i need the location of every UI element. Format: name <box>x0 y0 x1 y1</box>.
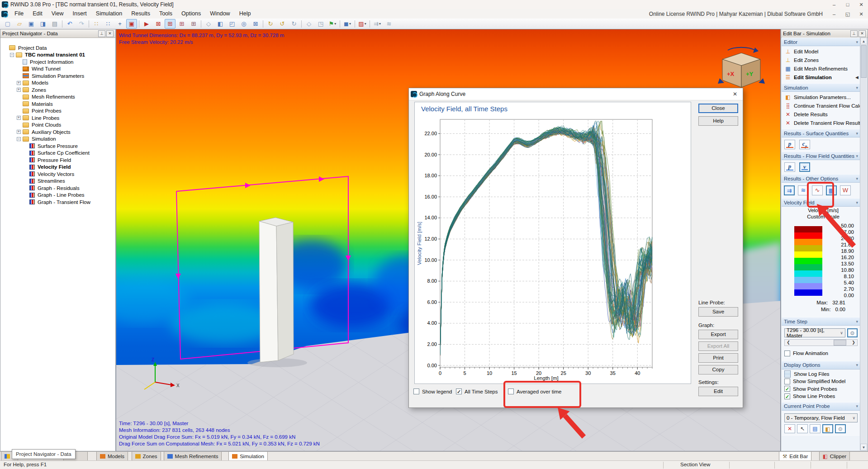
tab-simulation[interactable]: Simulation <box>228 452 268 461</box>
tab-edit-bar[interactable]: ⚒Edit Bar <box>779 452 811 461</box>
tree-item-line-probes[interactable]: +Line Probes <box>0 114 115 122</box>
dialog-title-bar[interactable]: Graph Along Curve ✕ <box>409 88 743 100</box>
tree-item-point-clouds[interactable]: Point Clouds <box>0 122 115 129</box>
iso-view-icon[interactable]: ◇ <box>304 19 314 28</box>
section-header-results-other-options[interactable]: Results - Other Options▾ <box>782 174 860 183</box>
graph-w-button[interactable]: W <box>840 185 851 195</box>
show-point-probes-checkbox[interactable]: ✓ <box>784 386 790 392</box>
time-step-combo[interactable]: T296 - 30.00 [s], Master∨ <box>784 328 845 337</box>
tab-mesh-refinements[interactable]: Mesh Refinements <box>164 452 222 461</box>
export-all-button[interactable]: Export All <box>698 341 738 351</box>
new-window-icon[interactable]: ◳ <box>315 19 326 28</box>
probe-settings-button[interactable]: ⚙ <box>835 424 846 433</box>
tree-item-simulation[interactable]: −Simulation <box>0 136 115 143</box>
tree-expander-icon[interactable]: − <box>10 53 14 57</box>
menu-simulation[interactable]: Simulation <box>91 9 127 19</box>
menu-edit[interactable]: Edit <box>28 9 47 19</box>
pin-panel-icon[interactable]: ⊥ <box>98 30 105 37</box>
ortho-mode-icon[interactable]: ▣ <box>126 19 137 28</box>
edit-settings-button[interactable]: Edit <box>698 387 738 396</box>
tree-item-wind-tunnel[interactable]: Wind Tunnel <box>0 66 115 73</box>
simulation-parameters-item[interactable]: ◧Simulation Parameters... <box>782 93 860 101</box>
edit-simulation-item[interactable]: ☰Edit Simulation◀ <box>782 73 860 81</box>
save-line-probe-button[interactable]: Save <box>698 307 738 317</box>
menu-results[interactable]: Results <box>127 9 155 19</box>
save-probe-button[interactable]: ▤ <box>810 424 821 433</box>
show-simplified-model-option[interactable]: Show Simplified Model <box>782 378 860 385</box>
show-line-probes-option[interactable]: ✓Show Line Probes <box>782 393 860 400</box>
averaged-over-time-checkbox[interactable] <box>508 388 514 394</box>
probe-display-button[interactable]: ◧ <box>822 424 833 433</box>
tree-item-graph-line-probes[interactable]: Graph - Line Probes <box>0 192 115 199</box>
edit-zones-item[interactable]: ⊥Edit Zones <box>782 56 860 64</box>
close-panel-icon[interactable]: ✕ <box>859 30 866 37</box>
show-point-probes-option[interactable]: ✓Show Point Probes <box>782 385 860 393</box>
open-project-icon[interactable]: ▱ <box>14 19 25 28</box>
menu-file[interactable]: File <box>10 9 28 19</box>
delete-transient-flow-result-item[interactable]: ✕Delete Transient Flow Result... <box>782 118 860 127</box>
tree-expander-icon[interactable]: − <box>17 137 21 141</box>
stop-simulation-icon[interactable]: ⊠ <box>153 19 164 28</box>
maximize-button[interactable]: □ <box>841 0 854 9</box>
export-button[interactable]: Export <box>698 330 738 339</box>
tree-item-velocity-field[interactable]: Velocity Field <box>0 164 115 171</box>
run-simulation-icon[interactable]: ▶ <box>141 19 152 28</box>
rotate-cw-icon[interactable]: ↻ <box>289 19 299 28</box>
streamlines-button[interactable]: ≋ <box>798 185 809 195</box>
undo-icon[interactable]: ↶ <box>64 19 75 28</box>
delete-probe-button[interactable]: ✕ <box>784 424 795 433</box>
tree-item-graph-transient-flow[interactable]: Graph - Transient Flow <box>0 199 115 206</box>
current-probe-combo[interactable]: 0 - Temporary, Flow Field∨ <box>784 413 858 422</box>
section-header-current-point-probe[interactable]: Current Point Probe▾ <box>782 402 860 411</box>
section-header-simulation[interactable]: Simulation▾ <box>782 83 860 92</box>
zoom-window-icon[interactable]: ◎ <box>238 19 249 28</box>
all-time-steps-checkbox[interactable]: ✓ <box>456 388 462 394</box>
pin-panel-icon[interactable]: ⊥ <box>850 30 858 37</box>
show-legend-checkbox[interactable] <box>413 388 419 394</box>
edit-mesh-refinements-item[interactable]: ▦Edit Mesh Refinements <box>782 64 860 73</box>
flow-animation-option[interactable]: Flow Animation <box>782 350 860 357</box>
mdi-minimize-button[interactable]: – <box>827 10 841 18</box>
surface-pressure-button[interactable]: p <box>784 140 795 149</box>
project-info-icon[interactable]: ◨ <box>38 19 48 28</box>
help-button[interactable]: Help <box>698 116 738 126</box>
mdi-restore-button[interactable]: ◱ <box>841 10 854 18</box>
tree-item-graph-residuals[interactable]: Graph - Residuals <box>0 185 115 192</box>
menu-window[interactable]: Window <box>205 9 234 19</box>
menu-help[interactable]: Help <box>235 9 256 19</box>
tree-item-simulation-parameters[interactable]: Simulation Parameters <box>0 72 115 80</box>
menu-view[interactable]: View <box>47 9 68 19</box>
flow-animation-checkbox[interactable] <box>784 351 790 356</box>
color-scale-icon[interactable]: ▨▾ <box>357 19 368 28</box>
section-header-time-step[interactable]: Time Step▾ <box>782 317 860 326</box>
rotate-view-icon[interactable]: ↻ <box>265 19 276 28</box>
menu-insert[interactable]: Insert <box>68 9 91 19</box>
averaged-over-time-option[interactable]: Averaged over time <box>508 388 562 394</box>
slider-thumb[interactable] <box>834 340 846 346</box>
tree-item-streamlines[interactable]: Streamlines <box>0 178 115 185</box>
tree-expander-icon[interactable]: + <box>17 130 21 134</box>
crosshair-icon[interactable]: + <box>114 19 125 28</box>
tab-zones[interactable]: Zones <box>132 452 161 461</box>
flow-pressure-button[interactable]: p <box>784 162 795 172</box>
streamlines-toolbar-icon[interactable]: ≋ <box>384 19 394 28</box>
menu-tools[interactable]: Tools <box>155 9 177 19</box>
time-step-settings-icon[interactable]: ⚙ <box>847 328 858 337</box>
tree-item-tbc-normal-transient-01[interactable]: −TBC normal transient 01 <box>0 52 115 59</box>
section-header-editor[interactable]: Editor▾ <box>782 38 860 46</box>
close-dialog-button[interactable]: Close <box>698 104 738 113</box>
continue-transient-flow-calc-item[interactable]: ⣿Continue Transient Flow Calc... <box>782 101 860 110</box>
menu-options[interactable]: Options <box>177 9 205 19</box>
edit-bar-scrollbar[interactable]: ▲ ▼ <box>860 38 867 450</box>
tab-models[interactable]: Models <box>96 452 128 461</box>
tree-expander-icon[interactable]: + <box>17 116 21 120</box>
tree-item-project-data[interactable]: Project Data <box>0 44 115 52</box>
close-panel-icon[interactable]: ✕ <box>106 30 114 37</box>
solid-model-icon[interactable]: ◼▾ <box>342 19 353 28</box>
wind-direction-z-icon[interactable]: ⊞ <box>188 19 199 28</box>
dialog-close-icon[interactable]: ✕ <box>727 91 743 97</box>
tree-item-models[interactable]: +Models <box>0 80 115 87</box>
wireframe-view-icon[interactable]: ◇ <box>203 19 214 28</box>
tree-item-auxiliary-objects[interactable]: +Auxiliary Objects <box>0 128 115 136</box>
tree-expander-icon[interactable]: + <box>17 88 21 92</box>
